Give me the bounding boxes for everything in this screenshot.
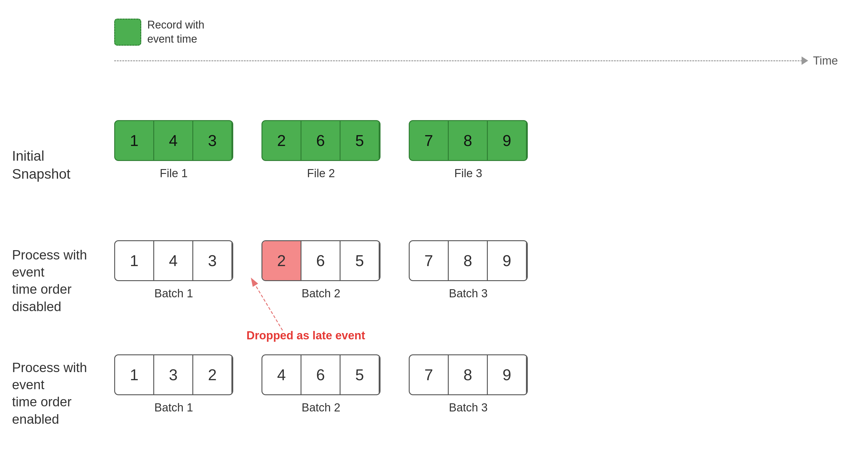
file-3-cell-1: 7 (410, 121, 449, 160)
enabled-batch-1-label: Batch 1 (154, 401, 193, 414)
file-2-group: 2 6 5 File 2 (261, 120, 380, 180)
disabled-batch-3-group: 7 8 9 Batch 3 (409, 240, 528, 300)
file-2-card: 2 6 5 (261, 120, 380, 161)
diagram-container: Record withevent time Time InitialSnapsh… (0, 0, 868, 473)
disabled-batch-1-group: 1 4 3 Batch 1 (114, 240, 233, 300)
file-1-group: 1 4 3 File 1 (114, 120, 233, 180)
file-1-cell-2: 4 (154, 121, 193, 160)
time-line (114, 60, 802, 61)
enabled-batch-2-group: 4 6 5 Batch 2 (261, 354, 380, 414)
disabled-batch-1-card: 1 4 3 (114, 240, 233, 281)
enabled-batch-2-label: Batch 2 (302, 401, 341, 414)
disabled-batch-2-cell-3: 5 (341, 241, 380, 280)
enabled-batch-3-cell-1: 7 (410, 355, 449, 394)
file-2-cell-1: 2 (262, 121, 302, 160)
file-3-card: 7 8 9 (409, 120, 528, 161)
enabled-batch-1-cell-1: 1 (115, 355, 154, 394)
enabled-batch-3-group: 7 8 9 Batch 3 (409, 354, 528, 414)
enabled-batch-1-cell-2: 3 (154, 355, 193, 394)
disabled-batch-1-cell-2: 4 (154, 241, 193, 280)
enabled-batch-3-card: 7 8 9 (409, 354, 528, 395)
time-label: Time (813, 54, 838, 67)
file-2-label: File 2 (307, 167, 335, 180)
dropped-annotation: Dropped as late event (228, 255, 343, 345)
disabled-batch-3-label: Batch 3 (449, 287, 488, 300)
file-1-cell-3: 3 (193, 121, 232, 160)
disabled-batch-1-cell-3: 3 (193, 241, 232, 280)
enabled-batch-3-label: Batch 3 (449, 401, 488, 414)
time-axis: Time (114, 60, 838, 61)
disabled-batch-1-label: Batch 1 (154, 287, 193, 300)
file-3-cell-2: 8 (449, 121, 488, 160)
disabled-batch-3-cell-1: 7 (410, 241, 449, 280)
disabled-batch-3-card: 7 8 9 (409, 240, 528, 281)
enabled-batch-2-cell-2: 6 (302, 355, 341, 394)
dropped-text: Dropped as late event (246, 329, 365, 342)
disabled-batch-3-cell-3: 9 (488, 241, 527, 280)
time-arrow-icon (802, 57, 808, 65)
file-3-label: File 3 (455, 167, 483, 180)
file-2-cell-3: 5 (341, 121, 380, 160)
enabled-batch-3-cell-2: 8 (449, 355, 488, 394)
file-1-card: 1 4 3 (114, 120, 233, 161)
disabled-batch-3-cell-2: 8 (449, 241, 488, 280)
svg-line-0 (255, 285, 282, 330)
file-3-cell-3: 9 (488, 121, 527, 160)
file-1-cell-1: 1 (115, 121, 154, 160)
enabled-batch-1-group: 1 3 2 Batch 1 (114, 354, 233, 414)
initial-snapshot-label: InitialSnapshot (12, 147, 108, 183)
disabled-label: Process with eventtime order disabled (12, 246, 108, 315)
enabled-batch-3-cell-3: 9 (488, 355, 527, 394)
legend-label: Record withevent time (147, 18, 205, 46)
enabled-batch-2-cell-3: 5 (341, 355, 380, 394)
enabled-batch-1-card: 1 3 2 (114, 354, 233, 395)
enabled-batch-2-card: 4 6 5 (261, 354, 380, 395)
legend-box (114, 19, 141, 46)
file-1-label: File 1 (160, 167, 188, 180)
file-3-group: 7 8 9 File 3 (409, 120, 528, 180)
legend: Record withevent time (114, 18, 205, 46)
enabled-label: Process with eventtime order enabled (12, 359, 108, 428)
enabled-batch-1-cell-3: 2 (193, 355, 232, 394)
file-2-cell-2: 6 (302, 121, 341, 160)
enabled-batch-2-cell-1: 4 (262, 355, 302, 394)
disabled-batch-1-cell-1: 1 (115, 241, 154, 280)
